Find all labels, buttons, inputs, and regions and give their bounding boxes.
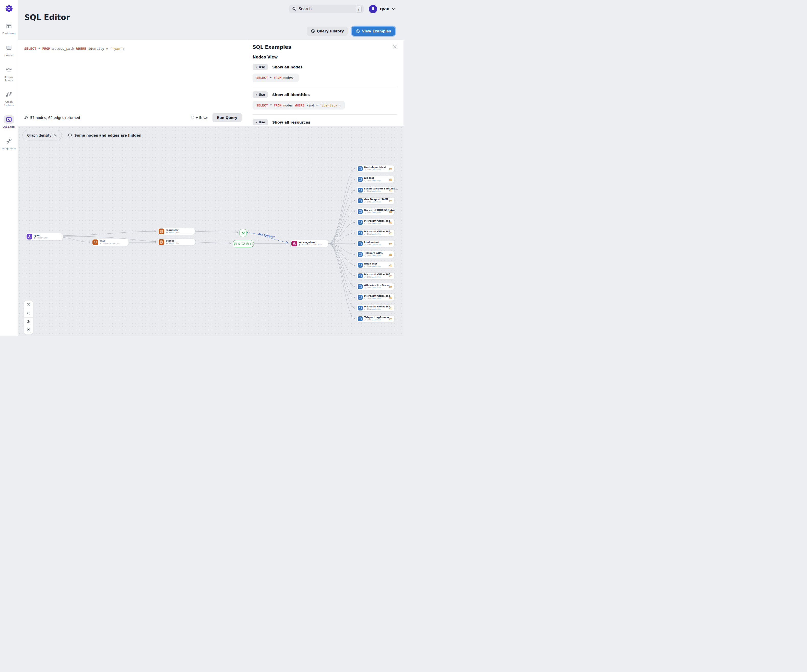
user-menu[interactable]: R ryan (369, 5, 395, 13)
use-example-button[interactable]: «Use (252, 91, 268, 98)
graph-node-okta-app[interactable]: Microsoft Office 365 Okta Application (357, 219, 395, 226)
graph-node-okta-app[interactable]: Gus Teleport SAML Okta Application (357, 197, 395, 204)
crown-jewel-icon[interactable] (389, 221, 392, 224)
okta-icon (364, 244, 366, 246)
crown-jewel-icon[interactable] (389, 307, 392, 310)
user-icon (27, 234, 32, 239)
app-window-icon (358, 187, 363, 192)
graph-node-okta-app[interactable]: sshah-teleport-saml-idp... Okta Applicat… (357, 187, 395, 194)
crown-jewel-icon[interactable] (389, 199, 392, 202)
graph-node-okta-app[interactable]: kimlisa-test Okta Application (357, 240, 395, 247)
graph-node-okta-app[interactable]: Teleport tag2-node Okta Application (357, 315, 395, 322)
search-placeholder: Search (299, 7, 354, 11)
view-examples-button[interactable]: ? View Examples (352, 27, 395, 36)
crown-icon (3, 66, 14, 74)
graph-nodes-icon (24, 116, 28, 119)
sidebar-item-label: SQL Editor (3, 125, 15, 128)
app-window-icon (358, 295, 363, 300)
edge-label-can-request: CAN REQUEST (258, 233, 275, 239)
graph-node-okta-app[interactable]: Microsoft Office 365 Okta Application (357, 305, 395, 312)
crown-jewel-icon[interactable] (389, 189, 392, 192)
sql-editor-pane[interactable]: SELECT * FROM access_path WHERE identity… (18, 40, 248, 126)
sidebar-item-sql-editor[interactable]: SQL Editor (0, 115, 17, 128)
crown-jewel-icon[interactable] (389, 242, 392, 246)
close-icon[interactable] (393, 45, 397, 48)
edge-ryan-requester (63, 231, 156, 236)
sidebar: Dashboard Browse Crown Jewels Graph Expl… (0, 0, 18, 336)
graph-node-access-allow[interactable]: access_allow Teleport Resource Group (291, 240, 328, 247)
edge-allow-app (329, 244, 355, 244)
divider (252, 87, 397, 87)
crown-jewel-icon[interactable] (389, 167, 392, 170)
run-controls: + Enter Run Query (191, 113, 242, 122)
graph-node-test[interactable]: test Teleport Access List (91, 239, 129, 246)
sidebar-item-label: Graph Explorer (4, 100, 14, 107)
dashboard-icon (3, 22, 14, 30)
okta-icon (364, 287, 366, 289)
graph-node-okta-app[interactable]: Teleport SAML Okta Application (357, 251, 395, 258)
graph-node-ryan[interactable]: ryan Teleport User (25, 233, 63, 240)
okta-icon (364, 298, 366, 300)
graph-node-okta-app[interactable]: Microsoft Office 365 Okta Application (357, 294, 395, 301)
zoom-out-button[interactable] (24, 317, 33, 326)
edge-allow-app (329, 190, 355, 244)
graph-node-okta-app[interactable]: tim-teleport-test Okta Application (357, 165, 395, 172)
search-input[interactable]: Search / (289, 5, 364, 13)
graph-node-okta-app[interactable]: Microsoft Office 365 Okta Application (357, 229, 395, 236)
sidebar-item-integrations[interactable]: Integrations (0, 137, 17, 150)
okta-icon (364, 191, 366, 192)
role-badge-icon (159, 239, 164, 245)
crown-jewel-icon[interactable] (389, 285, 392, 288)
sql-query-text[interactable]: SELECT * FROM access_path WHERE identity… (24, 47, 248, 51)
examples-section-title: Nodes View (252, 55, 397, 60)
sidebar-item-browse[interactable]: Browse (0, 44, 17, 57)
graph-node-resource-kinds[interactable] (232, 240, 254, 247)
crown-jewel-icon[interactable] (389, 317, 392, 320)
run-query-button[interactable]: Run Query (213, 113, 242, 122)
use-example-button[interactable]: «Use (252, 119, 268, 125)
graph-node-access[interactable]: access Teleport Role (158, 239, 195, 246)
query-history-button[interactable]: Query History (307, 27, 348, 36)
crown-jewel-icon[interactable] (389, 178, 392, 181)
edge-allow-app (329, 169, 355, 244)
crown-jewel-icon[interactable] (389, 274, 392, 277)
sidebar-item-dashboard[interactable]: Dashboard (0, 22, 17, 35)
graph-node-okta-app[interactable]: nic test Okta Application (357, 176, 395, 183)
example-code[interactable]: SELECT * FROM nodes; (252, 73, 299, 82)
graph-node-okta-app[interactable]: Brian Test Okta Application (357, 262, 395, 269)
use-example-button[interactable]: «Use (252, 64, 268, 70)
app-window-icon (358, 231, 363, 236)
example-code[interactable]: SELECT * FROM nodes WHERE kind = 'identi… (252, 101, 345, 110)
app-root: Dashboard Browse Crown Jewels Graph Expl… (0, 0, 404, 336)
crown-jewel-icon[interactable] (389, 264, 392, 267)
graph-node-requester[interactable]: requester Teleport Role (158, 228, 195, 235)
fit-view-button[interactable] (24, 326, 33, 335)
sidebar-item-crown-jewels[interactable]: Crown Jewels (0, 66, 17, 82)
graph-node-okta-app[interactable]: Krzysztof OIDC SSO App Okta Application (357, 208, 395, 215)
help-button[interactable]: ? (24, 300, 33, 309)
svg-text:?: ? (357, 30, 359, 32)
zoom-in-button[interactable] (24, 309, 33, 318)
teleport-logo-icon[interactable] (4, 4, 13, 13)
sql-examples-panel: SQL Examples Nodes View «Use Show all no… (248, 40, 404, 126)
graph-node-okta-app[interactable]: Microsoft Office 365 Okta Application (357, 272, 395, 279)
double-chevron-left-icon: « (256, 120, 257, 124)
crown-jewel-icon[interactable] (389, 210, 392, 213)
workspace: SELECT * FROM access_path WHERE identity… (18, 40, 404, 126)
sidebar-item-label: Dashboard (2, 32, 16, 35)
graph-canvas[interactable]: Graph density Some nodes and edges are h… (18, 126, 404, 336)
example-label: Show all resources (272, 120, 310, 124)
okta-icon (364, 255, 366, 257)
crown-jewel-icon[interactable] (389, 232, 392, 235)
sidebar-item-graph-explorer[interactable]: Graph Explorer (0, 90, 17, 107)
crown-jewel-icon[interactable] (389, 253, 392, 256)
database-icon (246, 242, 249, 246)
graph-node-request-filter[interactable] (239, 229, 246, 237)
user-name: ryan (380, 7, 389, 11)
edge-allow-app (329, 201, 355, 244)
edge-allow-app (329, 244, 355, 319)
graph-node-okta-app[interactable]: Atlassian Jira Server Okta Application (357, 283, 395, 290)
resource-group-icon (291, 241, 297, 246)
query-result-status: 57 nodes, 62 edges returned (24, 116, 80, 120)
crown-jewel-icon[interactable] (389, 296, 392, 299)
